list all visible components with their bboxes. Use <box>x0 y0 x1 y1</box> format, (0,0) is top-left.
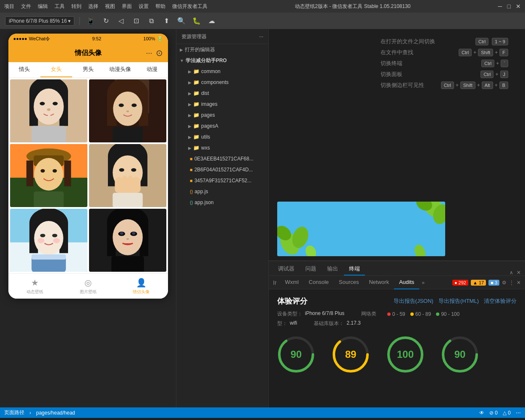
close-button[interactable]: ✕ <box>516 3 521 10</box>
rotate-icon[interactable]: ↻ <box>100 15 112 27</box>
bottom-nav-wallpaper[interactable]: ★ 动态壁纸 <box>8 274 62 299</box>
shortcut-row-5: 切换侧边栏可见性 Ctrl + Shift + Alt + B <box>381 81 508 89</box>
export-json-btn[interactable]: 导出报告(JSON) <box>394 297 433 305</box>
tab-nantou[interactable]: 男头 <box>72 62 104 77</box>
clear-audit-btn[interactable]: 清空体验评分 <box>484 297 517 305</box>
section-project[interactable]: ▼ 学法减分助手PRO <box>176 55 268 66</box>
maximize-button[interactable]: □ <box>507 3 511 10</box>
menu-tool[interactable]: 工具 <box>55 3 65 10</box>
more-status-icon[interactable]: ⋯ <box>516 410 521 416</box>
file-appjs[interactable]: {} app.js <box>176 186 268 197</box>
tab-nvtou[interactable]: 女头 <box>40 62 72 77</box>
photo-6[interactable] <box>89 209 166 272</box>
shortcut-row-1: 在打开的文件之间切换 Ctrl 1 ~ 9 <box>381 38 508 45</box>
subtab-sources[interactable]: Sources <box>334 276 364 289</box>
tab-terminal[interactable]: 终端 <box>344 263 365 276</box>
menu-interface[interactable]: 界面 <box>122 3 132 10</box>
close-debug-icon[interactable]: ✕ <box>517 280 521 286</box>
folder-utils[interactable]: ▶ 📁 utils <box>176 131 268 142</box>
preview-icon[interactable]: ⧉ <box>145 15 157 27</box>
tab-dongman2[interactable]: 动漫 <box>136 62 168 77</box>
photo-1[interactable] <box>10 79 87 142</box>
img-icon-1: ■ <box>190 156 193 161</box>
minimize-button[interactable]: ─ <box>498 3 502 10</box>
subtab-wxml[interactable]: Wxml <box>280 276 304 289</box>
status-bar: 页面路径 › pages/head/head 👁 ⊘ 0 △ 0 ⋯ <box>0 407 525 418</box>
back-icon[interactable]: ◁ <box>115 15 127 27</box>
svg-point-40 <box>119 168 124 172</box>
debug-close-icon[interactable]: ✕ <box>517 270 521 276</box>
shortcut-keys-3: Ctrl + ` <box>481 60 508 67</box>
photo-grid <box>8 78 168 273</box>
upload-icon[interactable]: ⬆ <box>160 15 172 27</box>
file-img1[interactable]: ■ 0E3AEEB415271CAF68... <box>176 153 268 164</box>
menu-file[interactable]: 文件 <box>21 3 31 10</box>
legend-green: 90 - 100 <box>436 310 459 318</box>
settings-icon[interactable]: ☁ <box>206 15 218 27</box>
menu-settings[interactable]: 设置 <box>139 3 149 10</box>
folder-icon-wxs: 📁 <box>193 145 200 151</box>
export-html-btn[interactable]: 导出报告(HTML) <box>438 297 479 305</box>
subtab-console[interactable]: Console <box>304 276 334 289</box>
menu-select[interactable]: 选择 <box>88 3 98 10</box>
file-img2[interactable]: ■ 2B6F04A015271CAF4D... <box>176 164 268 175</box>
menu-view[interactable]: 视图 <box>105 3 115 10</box>
folder-wxs[interactable]: ▶ 📁 wxs <box>176 142 268 153</box>
shortcut-keys-4: Ctrl + J <box>480 71 508 78</box>
settings-debug-icon[interactable]: ⚙ <box>502 280 507 286</box>
photo-4[interactable] <box>89 144 166 207</box>
more-debug-icon[interactable]: ⋮ <box>509 280 514 286</box>
tab-qingtou[interactable]: 情头 <box>8 62 40 77</box>
debug-icon[interactable]: 🐛 <box>191 15 202 27</box>
chevron-right-icon-pagesa: ▶ <box>188 124 192 129</box>
section-open-editors[interactable]: ▶ 打开的编辑器 <box>176 44 268 55</box>
shortcut-label-5: 切换侧边栏可见性 <box>381 81 424 89</box>
debug-arrow-up-icon[interactable]: ∧ <box>509 270 513 276</box>
photo-3[interactable] <box>10 144 87 207</box>
menu-help[interactable]: 帮助 <box>155 3 165 10</box>
subtab-audits[interactable]: Audits <box>394 276 419 289</box>
file-img3[interactable]: ■ 3457A9F315271CAF52... <box>176 175 268 186</box>
svg-point-18 <box>126 110 129 112</box>
photo-2[interactable] <box>89 79 166 142</box>
device-type-value: iPhone 6/7/8 Plus <box>305 310 344 318</box>
shortcut-label-1: 在打开的文件之间切换 <box>381 38 435 45</box>
more-tabs-icon[interactable]: » <box>422 280 425 286</box>
menu-wechat-devtools[interactable]: 微信开发者工具 <box>172 3 207 10</box>
explorer-menu-icon[interactable]: ··· <box>259 34 263 39</box>
tab-debugger[interactable]: 调试器 <box>273 263 299 276</box>
photo-5[interactable] <box>10 209 87 272</box>
file-appjson[interactable]: {} app.json <box>176 197 268 208</box>
tab-issues[interactable]: 问题 <box>300 263 321 276</box>
menu-project[interactable]: 项目 <box>4 3 14 10</box>
bottom-nav-images[interactable]: ◎ 图片壁纸 <box>61 274 115 299</box>
bottom-nav-couple[interactable]: 👤 情侣头像 <box>115 274 168 299</box>
toolbar: iPhone 6/7/8 Plus 85% 16 ▾ 📱 ↻ ◁ ⊡ ⧉ ⬆ 🔍… <box>0 13 525 29</box>
toolbar-separator-1 <box>79 17 80 25</box>
tab-dongman[interactable]: 动漫头像 <box>104 62 136 77</box>
bottom-label-wallpaper: 动态壁纸 <box>26 289 43 295</box>
menu-goto[interactable]: 转到 <box>71 3 81 10</box>
search-icon[interactable]: 🔍 <box>176 15 187 27</box>
tab-output[interactable]: 输出 <box>322 263 343 276</box>
folder-pages[interactable]: ▶ 📁 pages <box>176 110 268 121</box>
folder-images[interactable]: ▶ 📁 images <box>176 99 268 110</box>
svg-rect-65 <box>111 256 144 272</box>
folder-common[interactable]: ▶ 📁 common <box>176 66 268 77</box>
menu-edit[interactable]: 编辑 <box>38 3 48 10</box>
phone-icon[interactable]: 📱 <box>85 15 97 27</box>
folder-dist[interactable]: ▶ 📁 dist <box>176 88 268 99</box>
folder-components[interactable]: ▶ 📁 components <box>176 77 268 88</box>
subtab-network[interactable]: Network <box>364 276 394 289</box>
folder-pagesa[interactable]: ▶ 📁 pagesA <box>176 121 268 131</box>
audit-actions: 导出报告(JSON) 导出报告(HTML) 清空体验评分 <box>394 297 517 305</box>
key-sep-2b: + <box>495 50 498 55</box>
more-button[interactable]: ··· <box>146 49 152 58</box>
camera-button[interactable]: ⊙ <box>156 48 163 58</box>
legend-label-red: 0 - 59 <box>392 311 405 317</box>
svg-point-5 <box>39 102 45 105</box>
eye-icon[interactable]: 👁 <box>479 410 484 416</box>
svg-point-59 <box>113 219 143 255</box>
device-selector[interactable]: iPhone 6/7/8 Plus 85% 16 ▾ <box>5 16 74 26</box>
compile-icon[interactable]: ⊡ <box>130 15 142 27</box>
